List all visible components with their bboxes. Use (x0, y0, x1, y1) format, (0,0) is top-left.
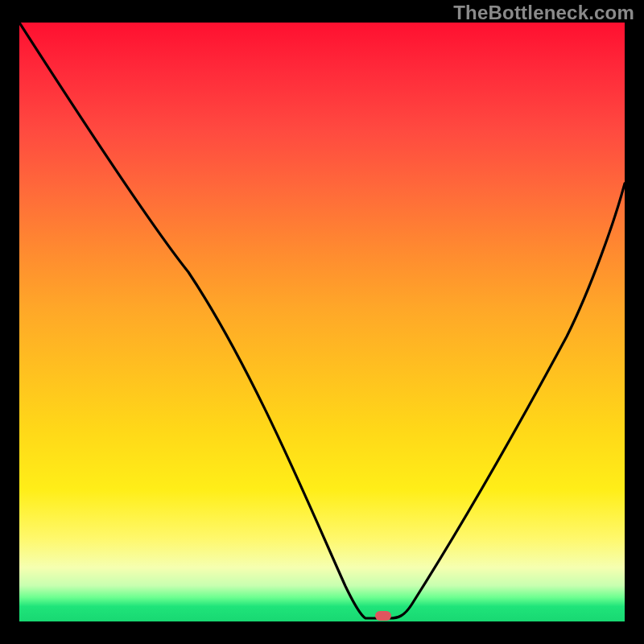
chart-frame: TheBottleneck.com (0, 0, 644, 644)
bottleneck-curve (19, 23, 625, 621)
watermark-text: TheBottleneck.com (453, 2, 634, 24)
minimum-marker (375, 611, 391, 621)
curve-path (19, 23, 625, 618)
plot-area (19, 23, 625, 621)
